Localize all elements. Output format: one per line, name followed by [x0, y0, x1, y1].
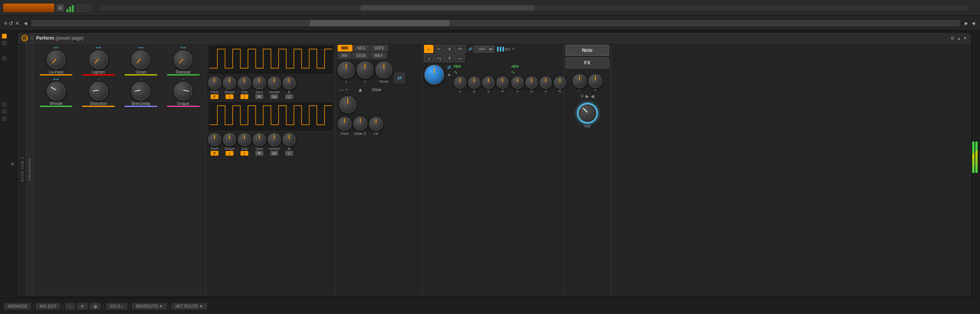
env-large-knob[interactable] [424, 64, 444, 85]
whistle-colorbar [40, 106, 72, 107]
fx-button[interactable]: FX [565, 57, 609, 68]
release-knob[interactable] [174, 50, 193, 69]
l-knob[interactable] [573, 74, 587, 88]
env-eg-icon[interactable]: EG [505, 47, 510, 51]
power-button[interactable]: ⏻ [22, 35, 28, 41]
osc1-shape-knob[interactable] [223, 76, 236, 90]
osc1-shape-group: Shape | [223, 76, 236, 99]
aeg-s-knob[interactable] [540, 76, 552, 89]
pin-icon[interactable]: ⚲ [580, 94, 584, 99]
lopass-colorbar [40, 74, 72, 75]
drive-knob[interactable] [339, 96, 356, 113]
env-shape-btn-3[interactable]: ∧ [445, 45, 454, 53]
out-knob[interactable] [577, 103, 598, 123]
netroute-btn[interactable]: NET ROUTE ▼ [171, 303, 207, 310]
nav-arrow-left[interactable]: ◄ [23, 20, 28, 26]
osc2-pitch-knob[interactable] [208, 133, 221, 146]
osc1-phase-knob[interactable] [283, 76, 296, 90]
arrow-up-icon[interactable]: ▲ [957, 36, 961, 40]
add-left[interactable]: + [9, 31, 17, 298]
preset-bar[interactable] [3, 4, 54, 12]
feg-d-knob[interactable] [468, 76, 481, 89]
osc2-phase-knob[interactable] [283, 133, 296, 146]
add-track-icon[interactable]: + [11, 160, 15, 169]
scroll-track[interactable] [31, 20, 961, 26]
feg-r-knob[interactable] [496, 76, 509, 89]
env-bars-icon[interactable]: ▐▐▐ [496, 47, 504, 51]
arrow-down-icon[interactable]: ▼ [963, 36, 967, 40]
env-shape-btn-1[interactable]: ⌐ [424, 45, 433, 53]
env-off-select[interactable]: OFF ON [474, 46, 494, 53]
env-shape-btn-6[interactable]: ¬╷ [434, 54, 444, 62]
sirendelay-knob[interactable] [131, 82, 150, 101]
mixer-2-knob[interactable] [356, 61, 374, 79]
env-loop-icon[interactable]: ⇄ [468, 46, 473, 52]
aeg-a-knob[interactable] [511, 76, 524, 89]
osc1-sync-knob[interactable] [253, 76, 266, 90]
nav-icons-left[interactable]: ≡ ↺ ✕ [4, 20, 20, 26]
env-shape-btn-2[interactable]: ¬╴ [434, 45, 444, 53]
env-shape-btn-7[interactable]: ∨ [445, 54, 454, 62]
osc1-sub-knob[interactable] [238, 76, 251, 90]
osc2-sub-knob[interactable] [238, 133, 251, 146]
env-shape-btn-8[interactable]: — [455, 54, 464, 62]
mixer-knob-2: 2 [356, 61, 374, 83]
vol-icon[interactable]: ◀ [591, 94, 594, 99]
osc2-unison-knob[interactable] [268, 133, 281, 146]
play-icon[interactable]: ▶ [585, 94, 589, 99]
note-button[interactable]: Note [565, 45, 609, 56]
env-shape-btn-5[interactable]: ╭ [424, 54, 433, 62]
onset-label: Onset [136, 70, 146, 74]
mixer-fb-knob[interactable] [369, 117, 383, 131]
release-colorbar [167, 74, 200, 75]
mix-btn-am[interactable]: AM [338, 52, 351, 59]
mix-edit-btn[interactable]: MIX EDIT [36, 303, 61, 310]
mixer-glide-knob[interactable] [353, 116, 367, 130]
nav-arrow-right[interactable]: ► ◄ [963, 20, 976, 26]
output-knob[interactable] [174, 82, 193, 101]
osc1-pitch-label: Pitch [211, 90, 218, 94]
osc2-sync-knob[interactable] [253, 133, 266, 146]
feg-s-knob[interactable] [482, 76, 495, 89]
arrange-btn[interactable]: ARRANGE [4, 303, 31, 310]
mixer-1-knob[interactable] [338, 61, 355, 79]
menu-button[interactable]: ≡ [57, 4, 64, 11]
env-shape-btn-4[interactable]: ↗╴ [455, 45, 466, 53]
whistle-knob[interactable] [47, 82, 66, 101]
settings-icon[interactable]: ⚙ [951, 36, 954, 41]
osc1-unison-knob[interactable] [268, 76, 281, 90]
r-knob[interactable] [588, 74, 602, 88]
note-btn[interactable]: ♩ [65, 303, 75, 310]
osc2-sub-group: Sub | [238, 133, 251, 156]
perform-cell-lopass: ⟷ Lo-Pass [36, 46, 77, 75]
mixer-noise-knob[interactable] [375, 61, 393, 79]
osc2-pitch-label: Pitch [211, 147, 218, 151]
settings-btn[interactable]: ⚙ [77, 303, 88, 310]
mix-btn-neg[interactable]: NEG [353, 45, 370, 51]
midiroute-btn[interactable]: MIDIROUTE ▼ [132, 303, 167, 310]
meter-bar-2 [69, 7, 71, 12]
grid-btn[interactable]: ▦ [90, 303, 101, 310]
mixer-loop-icon[interactable]: ⇄ [394, 72, 405, 83]
onset-knob[interactable] [131, 50, 150, 69]
distortion-knob[interactable] [89, 82, 108, 101]
mix-btn-wipe[interactable]: WIPE [370, 45, 388, 51]
osc1-pitch-knob[interactable] [208, 76, 221, 90]
lighten-colorbar [82, 74, 115, 75]
feg-d-label: D [473, 89, 476, 93]
lopass-knob[interactable] [47, 50, 66, 69]
solo-btn[interactable]: SOLO ♩ [106, 303, 128, 310]
osc2-sync-label: Sync [255, 147, 263, 151]
osc1-sync-label: Sync [255, 90, 263, 94]
osc2-shape-knob[interactable] [223, 133, 236, 146]
mix-btn-sign[interactable]: SIGN [352, 52, 369, 59]
mixer-pitch-knob[interactable] [338, 117, 352, 131]
mix-btn-max[interactable]: MAX [370, 52, 387, 59]
aeg-r-knob[interactable] [554, 76, 566, 89]
aeg-d-knob[interactable] [525, 76, 538, 89]
env-edit-icon[interactable]: ✎ [512, 47, 515, 51]
lighten-knob[interactable] [89, 50, 108, 69]
feg-a-knob[interactable] [454, 76, 466, 89]
osc2-shape-group: Shape | [223, 133, 236, 156]
mix-btn-mix[interactable]: MIX [338, 45, 352, 51]
